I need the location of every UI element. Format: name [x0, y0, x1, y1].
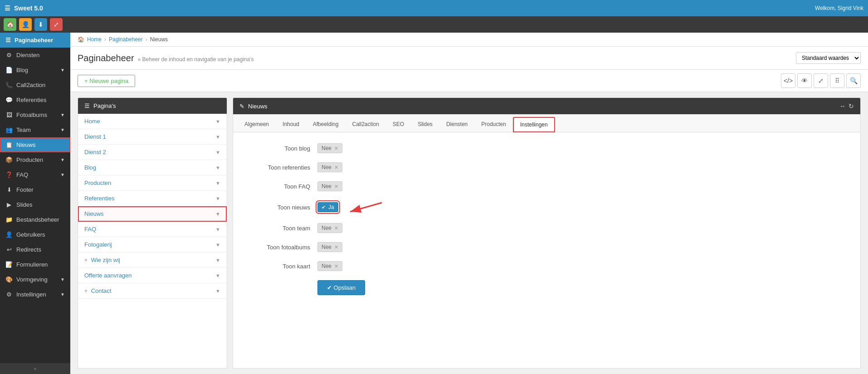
- sidebar-item-formulieren[interactable]: 📝 Formulieren: [0, 257, 70, 272]
- sidebar-item-fotoalbums[interactable]: 🖼 Fotoalbums ▼: [0, 107, 70, 122]
- search-icon-btn[interactable]: 🔍: [846, 73, 861, 88]
- sidebar-item-label: Bestandsbeheer: [16, 216, 59, 223]
- person-icon-btn[interactable]: 👤: [19, 18, 32, 31]
- breadcrumb-paginabeheer-link[interactable]: Paginabeheer: [109, 36, 143, 43]
- sidebar-item-gebruikers[interactable]: 👤 Gebruikers: [0, 227, 70, 242]
- tab-slides[interactable]: Slides: [411, 117, 439, 132]
- home-icon-btn[interactable]: 🏠: [4, 18, 16, 31]
- share-icon-btn[interactable]: ⤢: [814, 73, 828, 88]
- sidebar-item-faq[interactable]: ❓ FAQ ▼: [0, 167, 70, 182]
- toggle-toon-faq[interactable]: Nee ✕: [317, 181, 342, 191]
- sidebar-item-redirects[interactable]: ↩ Redirects: [0, 242, 70, 257]
- page-list-item[interactable]: FAQ ▼: [78, 222, 227, 237]
- save-button[interactable]: ✔ Opslaan: [317, 280, 365, 295]
- page-header-left: Paginabeheer » Beheer de inhoud en navig…: [78, 53, 254, 63]
- close-icon[interactable]: ✕: [334, 165, 338, 170]
- toolbar-icons: </> 👁 ⤢ ⠿ 🔍: [781, 73, 861, 88]
- page-list-item[interactable]: Dienst 1 ▼: [78, 129, 227, 145]
- toggle-toon-kaart[interactable]: Nee ✕: [317, 261, 342, 271]
- page-list-item[interactable]: Offerte aanvragen ▼: [78, 268, 227, 283]
- page-list-item[interactable]: + Contact ▼: [78, 283, 227, 299]
- footer-icon: ⬇: [5, 186, 13, 193]
- sidebar-item-team[interactable]: 👥 Team ▼: [0, 122, 70, 137]
- standards-dropdown[interactable]: Standaard waardes: [796, 52, 861, 64]
- close-icon[interactable]: ✕: [334, 184, 338, 189]
- tab-afbeelding[interactable]: Afbeelding: [306, 117, 346, 132]
- toggle-nee-kaart[interactable]: Nee ✕: [317, 261, 342, 271]
- page-list-item[interactable]: + Wie zijn wij ▼: [78, 253, 227, 268]
- toggle-toon-referenties[interactable]: Nee ✕: [317, 162, 342, 172]
- toggle-nee-blog[interactable]: Nee ✕: [317, 143, 342, 153]
- toggle-toon-blog[interactable]: Nee ✕: [317, 143, 342, 153]
- toggle-nee-team[interactable]: Nee ✕: [317, 223, 342, 233]
- close-icon[interactable]: ✕: [334, 263, 338, 269]
- pages-panel: ☰ Pagina's Home ▼ Dienst 1 ▼ Dienst 2 ▼: [78, 97, 227, 369]
- page-list-item[interactable]: Home ▼: [78, 114, 227, 129]
- page-list-item[interactable]: Referenties ▼: [78, 191, 227, 206]
- toggle-toon-fotoalbums[interactable]: Nee ✕: [317, 242, 342, 252]
- sidebar-item-footer[interactable]: ⬇ Footer: [0, 182, 70, 197]
- expand-icon: ▼: [215, 134, 220, 140]
- tab-inhoud[interactable]: Inhoud: [276, 117, 306, 132]
- refresh-icon[interactable]: ↻: [848, 102, 854, 110]
- breadcrumb-home-link[interactable]: Home: [87, 36, 102, 43]
- plus-icon: +: [84, 288, 88, 294]
- share-icon-btn[interactable]: ⤢: [50, 18, 63, 31]
- toggle-nee-referenties[interactable]: Nee ✕: [317, 162, 342, 172]
- eye-icon-btn[interactable]: 👁: [797, 73, 812, 88]
- tab-seo[interactable]: SEO: [386, 117, 411, 132]
- page-list-item[interactable]: Producten ▼: [78, 175, 227, 191]
- page-list-item-nieuws[interactable]: Nieuws ▼: [78, 206, 227, 222]
- toggle-value: Nee: [322, 225, 332, 231]
- sidebar-item-producten[interactable]: 📦 Producten ▼: [0, 152, 70, 167]
- toggle-value: Nee: [322, 183, 332, 189]
- sidebar-item-slides[interactable]: ▶ Slides: [0, 197, 70, 212]
- expand-icon[interactable]: ↔: [839, 102, 846, 110]
- toggle-value: Nee: [322, 263, 332, 269]
- page-list-item[interactable]: Dienst 2 ▼: [78, 145, 227, 160]
- tab-call2action[interactable]: Call2action: [345, 117, 385, 132]
- check-icon: ✔: [322, 204, 326, 210]
- sidebar: ☰ Paginabeheer ⚙ Diensten 📄 Blog ▼ 📞 Cal…: [0, 33, 70, 374]
- sidebar-item-vormgeving[interactable]: 🎨 Vormgeving ▼: [0, 272, 70, 287]
- close-icon[interactable]: ✕: [334, 225, 338, 231]
- sidebar-item-instellingen[interactable]: ⚙ Instellingen ▼: [0, 287, 70, 302]
- sidebar-item-referenties[interactable]: 💬 Referenties: [0, 92, 70, 107]
- code-icon-btn[interactable]: </>: [781, 73, 795, 88]
- close-icon[interactable]: ✕: [334, 146, 338, 151]
- sidebar-item-call2action[interactable]: 📞 Call2action: [0, 78, 70, 92]
- sidebar-item-label: Vormgeving: [16, 276, 48, 283]
- sidebar-header[interactable]: ☰ Paginabeheer: [0, 33, 70, 48]
- page-list-item[interactable]: Blog ▼: [78, 160, 227, 175]
- sidebar-item-blog[interactable]: 📄 Blog ▼: [0, 63, 70, 78]
- tab-instellingen[interactable]: Instellingen: [513, 117, 555, 132]
- plus-icon: +: [84, 257, 88, 263]
- sidebar-item-bestandsbeheer[interactable]: 📁 Bestandsbeheer: [0, 212, 70, 227]
- page-list-item[interactable]: Fotogalerij ▼: [78, 237, 227, 253]
- chevron-down-icon: ▼: [60, 112, 65, 117]
- breadcrumb-sep2: ›: [146, 36, 147, 43]
- sidebar-item-diensten[interactable]: ⚙ Diensten: [0, 48, 70, 63]
- tabs: Algemeen Inhoud Afbeelding Call2action S…: [233, 114, 860, 132]
- toggle-nee-faq[interactable]: Nee ✕: [317, 181, 342, 191]
- sidebar-item-label: Blog: [16, 67, 28, 73]
- chevron-down-icon: ▼: [60, 127, 65, 132]
- sidebar-item-nieuws[interactable]: 📋 Nieuws: [0, 137, 70, 152]
- toggle-toon-team[interactable]: Nee ✕: [317, 223, 342, 233]
- red-arrow: [346, 200, 382, 214]
- tab-producten[interactable]: Producten: [474, 117, 513, 132]
- toggle-ja-nieuws[interactable]: ✔ Ja: [317, 202, 338, 212]
- toggle-nee-fotoalbums[interactable]: Nee ✕: [317, 242, 342, 252]
- icon-bar: 🏠 👤 ⬇ ⤢: [0, 16, 868, 33]
- tab-algemeen[interactable]: Algemeen: [238, 117, 276, 132]
- download-icon-btn[interactable]: ⬇: [34, 18, 47, 31]
- close-icon[interactable]: ✕: [334, 244, 338, 250]
- gebruikers-icon: 👤: [5, 231, 13, 238]
- detail-panel: ✎ Nieuws ↔ ↻ Algemeen Inhoud Afbeelding …: [233, 97, 861, 369]
- tree-icon-btn[interactable]: ⠿: [830, 73, 844, 88]
- sidebar-item-label: Fotoalbums: [16, 112, 47, 118]
- sidebar-collapse-btn[interactable]: «: [0, 363, 70, 374]
- tab-diensten[interactable]: Diensten: [439, 117, 474, 132]
- new-page-button[interactable]: + Nieuwe pagina: [78, 75, 135, 87]
- sidebar-item-label: Call2action: [16, 82, 45, 88]
